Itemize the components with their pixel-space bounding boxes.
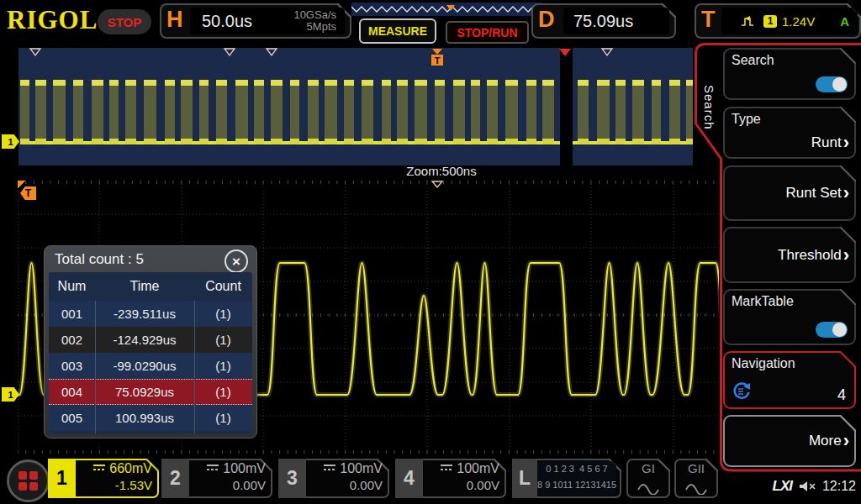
horizontal-timebase-panel[interactable]: H 50.0us 10GSa/s5Mpts <box>160 3 351 39</box>
home-menu-button[interactable] <box>7 459 50 502</box>
gen1-block[interactable]: GI <box>626 459 670 498</box>
delay-value: 75.09us <box>573 12 633 31</box>
horizontal-label: H <box>166 7 183 33</box>
chevron-right-icon: › <box>843 246 849 265</box>
menu-item-marktable[interactable]: MarkTable <box>723 289 856 345</box>
trigger-position-marker <box>432 49 442 55</box>
dc-coupling-icon <box>207 465 219 473</box>
event-marker <box>267 49 277 55</box>
trigger-label: T <box>701 7 716 33</box>
table-row-selected[interactable]: 00475.0929us(1) <box>49 379 252 405</box>
zoom-center-marker <box>432 181 442 187</box>
sine-icon <box>637 483 660 495</box>
speaker-mute-icon <box>799 480 816 493</box>
chevron-right-icon: › <box>843 134 849 152</box>
table-header: Num Time Count <box>49 272 252 301</box>
trigger-source-badge: 1 <box>763 15 777 28</box>
status-row: LXI 12:12 <box>773 478 857 495</box>
table-body: Num Time Count 001-239.511us(1) 002-124.… <box>49 272 252 433</box>
channel3-status-block[interactable]: 3 100mV 0.00V <box>278 459 389 498</box>
run-state-badge: STOP <box>98 9 151 34</box>
channel1-position-tag[interactable]: 1 <box>2 134 19 149</box>
dc-coupling-icon <box>324 465 335 473</box>
gen2-block[interactable]: GII <box>674 459 718 498</box>
grid-menu-icon <box>18 471 38 491</box>
trigger-panel[interactable]: T 1 1.24V A <box>695 3 861 39</box>
search-event-table[interactable]: Total count : 5 × Num Time Count 001-239… <box>44 245 257 438</box>
menu-item-more[interactable]: More› <box>723 415 856 467</box>
event-marker <box>602 49 612 55</box>
menu-item-navigation[interactable]: Navigation 4 <box>723 351 856 409</box>
channel2-status-block[interactable]: 2 100mV 0.00V <box>161 459 272 498</box>
stop-run-button[interactable]: STOP/RUN <box>446 21 529 44</box>
chevron-right-icon: › <box>843 432 849 450</box>
sample-rate: 10GSa/s5Mpts <box>293 9 336 33</box>
delay-label: D <box>538 7 555 33</box>
event-marker <box>224 49 235 55</box>
zoom-scale-label: Zoom:500ns <box>362 164 521 178</box>
channel1-status-block[interactable]: 1 660mV -1.53V <box>48 459 159 498</box>
dc-coupling-icon <box>441 465 452 473</box>
logic-digit-labels: 0 1 2 3 4 5 6 78 9 1011 12131415 <box>537 461 616 496</box>
timebase-value: 50.0us <box>202 12 252 31</box>
table-row[interactable]: 003-99.0290us(1) <box>49 353 252 379</box>
search-toggle[interactable] <box>816 76 848 92</box>
logic-channels-block[interactable]: L 0 1 2 3 4 5 6 78 9 1011 12131415 <box>512 459 621 498</box>
trigger-mode: A <box>840 14 849 29</box>
clock: 12:12 <box>822 479 856 494</box>
channel4-status-block[interactable]: 4 100mV 0.00V <box>395 459 506 498</box>
marktable-toggle[interactable] <box>816 322 848 338</box>
rigol-logo: RIGOL <box>7 5 98 35</box>
navigation-index: 4 <box>837 386 846 404</box>
menu-item-type[interactable]: Type Runt› <box>723 107 856 159</box>
sidebar-tab-search[interactable]: Search <box>698 74 716 141</box>
column-divider <box>95 301 96 433</box>
table-row[interactable]: 005100.993us(1) <box>49 405 252 431</box>
oscilloscope-screen: RIGOL STOP H 50.0us 10GSa/s5Mpts MEASURE… <box>0 0 861 504</box>
table-row[interactable]: 001-239.511us(1) <box>49 301 252 327</box>
trigger-offscreen-corner <box>18 181 25 188</box>
event-marker <box>30 49 40 55</box>
sine-icon <box>684 483 708 495</box>
measure-button[interactable]: MEASURE <box>359 18 436 44</box>
trigger-level: 1.24V <box>782 14 815 29</box>
chevron-right-icon: › <box>843 184 849 202</box>
delay-panel[interactable]: D 75.09us <box>531 3 676 39</box>
lxi-logo: LXI <box>773 478 792 495</box>
menu-item-search[interactable]: Search <box>723 48 856 100</box>
column-divider <box>194 301 195 433</box>
table-title: Total count : 5 <box>55 251 144 268</box>
nav-knob-icon <box>730 381 752 401</box>
menu-item-runt-set[interactable]: Runt Set› <box>723 165 856 221</box>
svg-text:T: T <box>435 55 441 66</box>
menu-item-threshold[interactable]: Threshold› <box>723 227 856 283</box>
channel1-ground-tag[interactable]: 1 <box>2 387 19 402</box>
waveform-overview: T <box>18 48 693 165</box>
close-icon[interactable]: × <box>224 249 248 273</box>
dc-coupling-icon <box>93 465 105 473</box>
trigger-source-preview <box>351 3 541 16</box>
table-row[interactable]: 002-124.929us(1) <box>49 327 252 353</box>
runt-trigger-icon <box>740 14 755 28</box>
